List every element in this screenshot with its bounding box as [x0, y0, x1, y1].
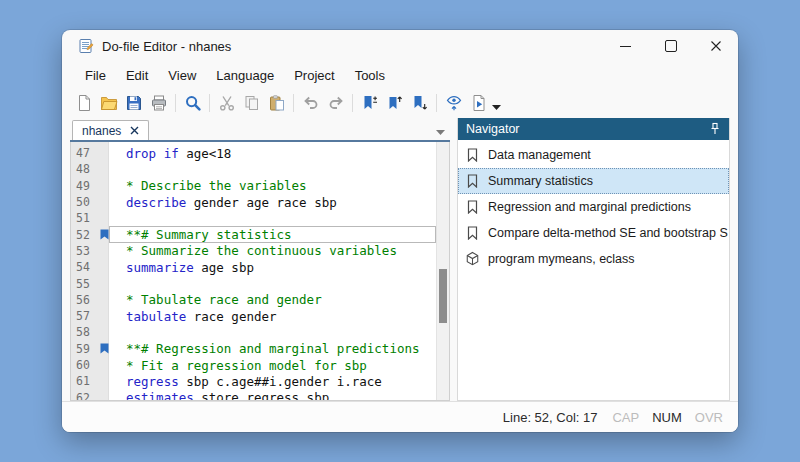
code-text: drop if age<18	[114, 146, 231, 161]
line-number: 59	[71, 342, 99, 356]
code-text: **# Summary statistics	[114, 227, 292, 242]
navigator-item[interactable]: Data management	[458, 142, 729, 168]
tab-close-button[interactable]	[130, 126, 139, 135]
code-text: * Fit a regression model for sbp	[114, 358, 367, 373]
menu-edit[interactable]: Edit	[116, 64, 158, 87]
code-lines: 47drop if age<184849* Describe the varia…	[71, 142, 449, 401]
code-line[interactable]: 52**# Summary statistics	[71, 226, 449, 242]
copy-button[interactable]	[239, 91, 264, 115]
cut-button[interactable]	[214, 91, 239, 115]
line-number: 48	[71, 162, 99, 176]
do-execute-button[interactable]	[466, 91, 491, 115]
open-button[interactable]	[96, 91, 121, 115]
toolbar-separator	[352, 94, 353, 112]
save-icon	[125, 94, 143, 112]
code-line[interactable]: 61regress sbp c.age##i.gender i.race	[71, 373, 449, 389]
maximize-button[interactable]	[648, 30, 693, 62]
code-line[interactable]: 56* Tabulate race and gender	[71, 292, 449, 308]
code-line[interactable]: 57tabulate race gender	[71, 308, 449, 324]
code-text: describe gender age race sbp	[114, 195, 337, 210]
code-text: **# Regression and marginal predictions	[114, 341, 420, 356]
toolbar-separator	[436, 94, 437, 112]
print-button[interactable]	[146, 91, 171, 115]
navigator-item[interactable]: Regression and marginal predictions	[458, 194, 729, 220]
run-quietly-button[interactable]	[441, 91, 466, 115]
tab-list-dropdown[interactable]	[436, 130, 445, 135]
redo-icon	[327, 94, 345, 112]
line-number: 53	[71, 244, 99, 258]
code-line[interactable]: 59**# Regression and marginal prediction…	[71, 341, 449, 357]
previous-bookmark-button[interactable]	[382, 91, 407, 115]
find-button[interactable]	[180, 91, 205, 115]
new-do-file-button[interactable]	[71, 91, 96, 115]
code-line[interactable]: 55	[71, 275, 449, 291]
line-number: 62	[71, 391, 99, 401]
title-bar[interactable]: Do-file Editor - nhanes	[62, 30, 738, 62]
code-line[interactable]: 54summarize age sbp	[71, 259, 449, 275]
status-indicators: CAPNUMOVR	[612, 410, 723, 425]
navigator-header: Navigator	[458, 118, 729, 140]
line-number: 61	[71, 374, 99, 388]
navigator-item[interactable]: Compare delta-method SE and bootstrap SE…	[458, 220, 729, 246]
close-button[interactable]	[693, 30, 738, 62]
code-line[interactable]: 50describe gender age race sbp	[71, 194, 449, 210]
line-number: 52	[71, 228, 99, 242]
do-menu-caret-button[interactable]	[491, 97, 504, 110]
minimize-button[interactable]	[603, 30, 648, 62]
close-icon	[130, 126, 139, 135]
redo-button[interactable]	[323, 91, 348, 115]
tab-label: nhanes	[82, 124, 121, 138]
code-line[interactable]: 49* Describe the variables	[71, 178, 449, 194]
tab-nhanes[interactable]: nhanes	[72, 120, 149, 140]
dofile-editor-window: Do-file Editor - nhanes File Edit View L…	[62, 30, 738, 432]
cursor-position: Line: 52, Col: 17	[503, 410, 598, 425]
navigator-item[interactable]: Summary statistics	[458, 168, 729, 194]
code-line[interactable]: 48	[71, 161, 449, 177]
menu-tools[interactable]: Tools	[345, 64, 395, 87]
code-text: estimates store regress_sbp	[114, 390, 329, 401]
line-number: 50	[71, 195, 99, 209]
chevron-down-icon	[436, 130, 445, 135]
line-number: 54	[71, 260, 99, 274]
bookmark-marker-icon	[100, 229, 109, 240]
menu-language[interactable]: Language	[206, 64, 284, 87]
print-icon	[150, 94, 168, 112]
pin-button[interactable]	[708, 122, 722, 136]
toolbar-separator	[175, 94, 176, 112]
toggle-bookmark-button[interactable]	[357, 91, 382, 115]
menu-view[interactable]: View	[158, 64, 206, 87]
save-button[interactable]	[121, 91, 146, 115]
bookmark-icon	[465, 148, 480, 162]
line-number: 57	[71, 309, 99, 323]
bookmark-icon	[465, 226, 480, 240]
editor-scrollbar[interactable]	[436, 142, 449, 400]
navigator-title: Navigator	[466, 122, 520, 136]
status-indicator-ovr: OVR	[695, 410, 723, 425]
code-line[interactable]: 58	[71, 324, 449, 340]
code-line[interactable]: 53* Summarize the continuous variables	[71, 243, 449, 259]
open-folder-icon	[100, 94, 118, 112]
scrollbar-thumb[interactable]	[439, 269, 447, 323]
navigator-item-label: Regression and marginal predictions	[488, 200, 691, 214]
code-line[interactable]: 51	[71, 210, 449, 226]
paste-button[interactable]	[264, 91, 289, 115]
code-line[interactable]: 62estimates store regress_sbp	[71, 389, 449, 401]
code-line[interactable]: 47drop if age<18	[71, 145, 449, 161]
undo-button[interactable]	[298, 91, 323, 115]
close-icon	[710, 40, 722, 52]
next-bookmark-button[interactable]	[407, 91, 432, 115]
line-number: 47	[71, 146, 99, 160]
run-eye-icon	[445, 94, 463, 112]
bookmark-gutter	[99, 229, 114, 240]
code-editor[interactable]: 47drop if age<184849* Describe the varia…	[70, 142, 450, 401]
desktop-background: Do-file Editor - nhanes File Edit View L…	[0, 0, 800, 462]
code-line[interactable]: 60* Fit a regression model for sbp	[71, 357, 449, 373]
undo-icon	[302, 94, 320, 112]
chevron-down-icon	[492, 105, 501, 110]
menu-file[interactable]: File	[75, 64, 116, 87]
navigator-item[interactable]: program mymeans, eclass	[458, 246, 729, 272]
do-execute-icon	[470, 94, 488, 112]
toolbar-separator	[209, 94, 210, 112]
menu-project[interactable]: Project	[284, 64, 344, 87]
line-number: 60	[71, 358, 99, 372]
